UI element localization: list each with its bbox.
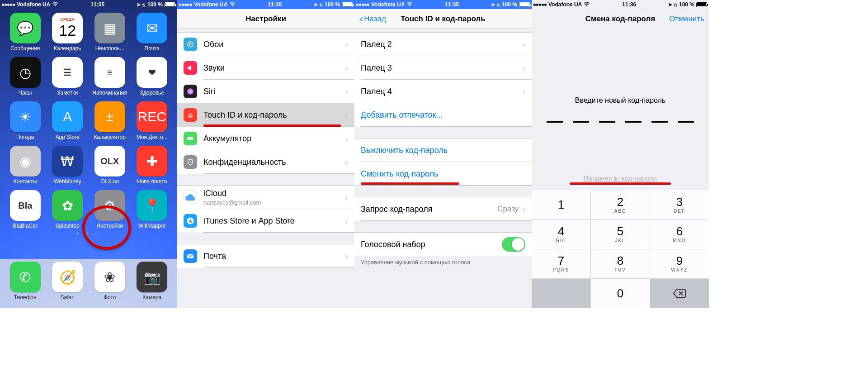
screen-touchid: Vodafone UA 11:35 ➤ ⎌ 100 % ‹ Назад Touc… — [354, 0, 532, 308]
carrier-label: Vodafone UA — [548, 1, 582, 8]
key-number: 1 — [558, 199, 564, 210]
signal-icon — [179, 4, 192, 6]
signal-icon — [356, 4, 369, 6]
row-sublabel: banzaycs@gmail.com — [203, 199, 345, 206]
settings-row-wallpaper[interactable]: Обои› — [177, 33, 354, 56]
chevron-right-icon: › — [522, 86, 525, 97]
home-grid: 💬СообщенияСРЕДА12Календарь▦Неисполь...✉П… — [0, 9, 177, 229]
svg-rect-5 — [189, 138, 192, 139]
keypad-key-6[interactable]: 6MNO — [650, 220, 709, 248]
app-Здоровье[interactable]: ❤Здоровье — [132, 57, 172, 96]
key-number: 7 — [558, 255, 564, 267]
row-label: Аккумулятор — [203, 134, 345, 143]
voice-dial-row[interactable]: Голосовой набор — [354, 233, 532, 256]
add-fingerprint-row[interactable]: Добавить отпечаток... — [354, 103, 532, 127]
keypad-key-9[interactable]: 9WXYZ — [650, 249, 709, 278]
numeric-keypad: 12ABC3DEF4GHI5JKL6MNO7PQRS8TUV9WXYZ0 — [532, 190, 709, 308]
app-label: Погода — [16, 134, 34, 140]
app-Сообщения[interactable]: 💬Сообщения — [5, 13, 45, 52]
appstore-icon: A — [184, 214, 197, 228]
app-Контакты[interactable]: ◉Контакты — [5, 146, 45, 185]
settings-row-siri[interactable]: Siri› — [177, 80, 354, 103]
app-icon: ✿ — [52, 190, 83, 221]
passcode-options-label: Параметры код-пароля — [584, 174, 657, 182]
keypad-key-5[interactable]: 5JKL — [591, 220, 650, 248]
app-Почта[interactable]: ✉Почта — [132, 13, 172, 52]
passcode-options-link[interactable]: Параметры код-пароля — [584, 174, 657, 182]
turn-off-passcode-row[interactable]: Выключить код-пароль — [354, 138, 532, 162]
settings-row-battery[interactable]: Аккумулятор› — [177, 127, 354, 150]
battery-pct: 100 % — [679, 1, 694, 8]
keypad-key-0[interactable]: 0 — [591, 279, 650, 308]
keypad-key-7[interactable]: 7PQRS — [532, 249, 590, 278]
settings-row-icloud[interactable]: iCloudbanzaycs@gmail.com› — [177, 186, 354, 209]
settings-row-mail[interactable]: Почта› — [177, 244, 354, 268]
app-Нова пошта[interactable]: ✚Нова пошта — [132, 146, 172, 185]
row-label: Touch ID и код-пароль — [203, 110, 345, 120]
fingerprint-label: Палец 3 — [361, 63, 522, 73]
screen-settings: Vodafone UA 11:35 ➤ ⎌ 100 % Настройки Об… — [177, 0, 354, 308]
app-Напоминания[interactable]: ≡Напоминания — [90, 57, 130, 96]
app-icon: 📍 — [137, 190, 167, 221]
fingerprint-row[interactable]: Палец 4› — [354, 80, 532, 103]
require-passcode-row[interactable]: Запрос код-пароля Сразу › — [354, 197, 532, 221]
settings-row-privacy[interactable]: Конфиденциальность› — [177, 150, 354, 174]
clock: 11:35 — [413, 1, 491, 8]
app-icon: REC — [137, 101, 167, 132]
chevron-right-icon: › — [345, 110, 348, 120]
add-fingerprint-label: Добавить отпечаток... — [361, 110, 525, 120]
row-label: iTunes Store и App Store — [203, 216, 345, 226]
app-label: Часы — [19, 90, 32, 96]
cancel-button[interactable]: Отменить — [669, 9, 704, 29]
app-Неисполь...[interactable]: ▦Неисполь... — [90, 13, 130, 52]
app-icon: OLX — [94, 146, 125, 177]
settings-row-sounds[interactable]: Звуки› — [177, 56, 354, 80]
svg-text:A: A — [189, 218, 192, 224]
dock-app-Фото[interactable]: ❀Фото — [90, 262, 130, 308]
app-label: WifiMapper — [138, 223, 166, 229]
screen-passcode: Vodafone UA 11:36 ➤ ⎌ 100 % Смена код-па… — [532, 0, 709, 308]
settings-row-touchid[interactable]: Touch ID и код-пароль› — [177, 103, 354, 127]
dock-app-Телефон[interactable]: ✆Телефон — [5, 262, 45, 308]
app-BlaBlaCar[interactable]: BlaBlaBlaCar — [5, 190, 45, 229]
app-WifiMapper[interactable]: 📍WifiMapper — [132, 190, 172, 229]
app-icon: ₩ — [52, 146, 83, 177]
app-label: Контакты — [14, 178, 37, 185]
voice-dial-toggle[interactable] — [502, 237, 525, 252]
app-label: BlaBlaCar — [13, 223, 38, 229]
app-App Store[interactable]: AApp Store — [48, 101, 88, 140]
carrier-label: Vodafone UA — [371, 1, 405, 8]
app-OLX.ua[interactable]: OLXOLX.ua — [90, 146, 130, 185]
fingerprint-row[interactable]: Палец 3› — [354, 56, 532, 80]
keypad-key-3[interactable]: 3DEF — [650, 190, 709, 219]
keypad-key-1[interactable]: 1 — [532, 190, 590, 219]
rotation-lock-icon: ⎌ — [497, 2, 500, 7]
svg-rect-4 — [193, 138, 193, 139]
app-label: WebMoney — [54, 178, 81, 185]
app-Splashtop[interactable]: ✿Splashtop — [48, 190, 88, 229]
keypad-key-2[interactable]: 2ABC — [591, 190, 650, 219]
app-Мой Дикто...[interactable]: RECМой Дикто... — [132, 101, 172, 140]
keypad-delete[interactable] — [650, 279, 709, 308]
app-label: Сообщения — [10, 45, 40, 52]
app-Заметки[interactable]: ☰Заметки — [48, 57, 88, 96]
dock-app-Камера[interactable]: 📷Камера — [132, 262, 172, 308]
back-button[interactable]: ‹ Назад — [357, 9, 389, 29]
app-Календарь[interactable]: СРЕДА12Календарь — [48, 13, 88, 52]
keypad-key-8[interactable]: 8TUV — [591, 249, 650, 278]
app-Погода[interactable]: ☀Погода — [5, 101, 45, 140]
settings-row-appstore[interactable]: AiTunes Store и App Store› — [177, 209, 354, 233]
app-WebMoney[interactable]: ₩WebMoney — [48, 146, 88, 185]
chevron-right-icon: › — [345, 63, 348, 73]
fingerprint-row[interactable]: Палец 2› — [354, 33, 532, 56]
app-Часы[interactable]: ◷Часы — [5, 57, 45, 96]
fingerprint-label: Палец 2 — [361, 40, 522, 49]
app-label: Телефон — [14, 294, 37, 301]
app-icon: A — [52, 101, 83, 132]
keypad-key-4[interactable]: 4GHI — [532, 220, 590, 248]
app-Калькулятор[interactable]: ±Калькулятор — [90, 101, 130, 140]
dock-app-Safari[interactable]: 🧭Safari — [48, 262, 88, 308]
app-label: Нова пошта — [137, 178, 167, 185]
change-passcode-row[interactable]: Сменить код-пароль — [354, 162, 532, 186]
chevron-left-icon: ‹ — [360, 14, 363, 24]
